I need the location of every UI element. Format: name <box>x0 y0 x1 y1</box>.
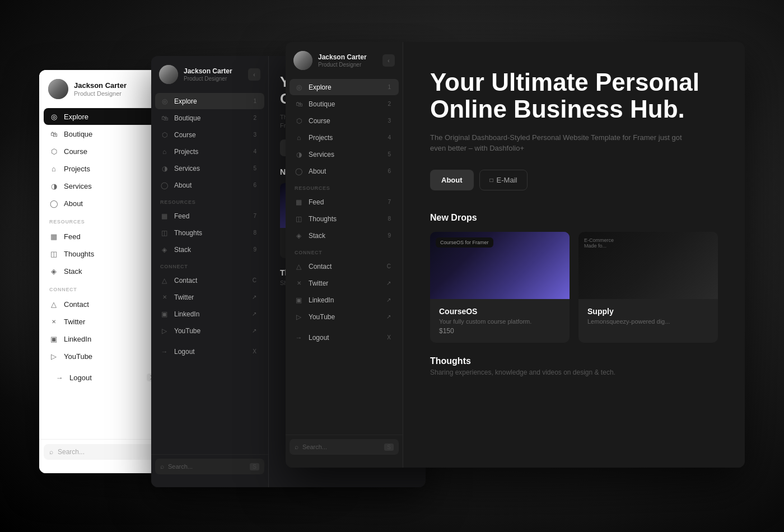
logout-icon-mid: → <box>160 347 169 356</box>
thoughts-section-dark: Thoughts Sharing experiences, knowledge … <box>430 356 718 376</box>
search-placeholder-light: Search... <box>58 448 149 456</box>
projects-icon-dark: ⌂ <box>295 133 303 142</box>
nav-item-boutique-light[interactable]: 🛍 Boutique 2 <box>44 125 169 142</box>
search-icon-dark: ⌕ <box>295 443 298 451</box>
connect-label-dark: CONNECT <box>290 244 399 258</box>
nav-item-about-light[interactable]: ◯ About 6 <box>44 195 169 212</box>
nav-item-stack-light[interactable]: ◈ Stack 9 <box>44 263 169 279</box>
collapse-button-mid[interactable] <box>248 68 260 81</box>
nav-item-course-light[interactable]: ⬡ Course 3 <box>44 143 169 160</box>
nav-thoughts-dark[interactable]: ◫ Thoughts 8 <box>290 211 399 227</box>
nav-label-services-mid: Services <box>174 165 200 172</box>
nav-item-explore-light[interactable]: Explore 1 <box>44 108 169 125</box>
hero-subtitle-dark: The Original Dashboard-Styled Personal W… <box>430 132 699 154</box>
nav-explore-dark[interactable]: ◎ Explore 1 <box>290 79 399 95</box>
collapse-icon-dark <box>388 58 389 64</box>
nav-course-dark[interactable]: ⬡ Course 3 <box>290 113 399 129</box>
nav-label-services-light: Services <box>64 182 92 190</box>
nav-label-thoughts-mid: Thoughts <box>174 229 202 237</box>
nav-youtube-mid[interactable]: ▷ YouTube ↗ <box>155 323 264 339</box>
nav-explore-mid[interactable]: ◎ Explore 1 <box>155 93 264 109</box>
nav-logout-mid[interactable]: → Logout X <box>155 343 264 360</box>
nav-twitter-mid[interactable]: ✕ Twitter ↗ <box>155 289 264 305</box>
nav-course-mid[interactable]: ⬡ Course 3 <box>155 127 264 143</box>
search-bar-light[interactable]: ⌕ Search... S <box>44 444 169 460</box>
linkedin-icon-mid: ▣ <box>160 310 169 318</box>
card-thumb-courseos-dark: CourseOS for Framer <box>430 232 570 299</box>
nav-twitter-dark[interactable]: ✕ Twitter ↗ <box>290 275 399 291</box>
nav-linkedin-mid[interactable]: ▣ LinkedIn ↗ <box>155 306 264 322</box>
sidebar-nav-dark: ◎ Explore 1 🛍 Boutique 2 ⬡ Course <box>286 79 403 435</box>
nav-services-mid[interactable]: ◑ Services 5 <box>155 160 264 176</box>
card-body-supply-dark: Supply Lemonsqueezy-powered dig... <box>578 299 718 333</box>
nav-youtube-dark[interactable]: ▷ YouTube ↗ <box>290 309 399 325</box>
nav-logout-dark[interactable]: → Logout X <box>290 329 399 346</box>
nav-stack-dark[interactable]: ◈ Stack 9 <box>290 227 399 244</box>
nav-item-linkedin-light[interactable]: ▣ LinkedIn ↗ <box>44 330 169 347</box>
user-name-light: Jackson Carter <box>74 81 127 90</box>
services-icon-dark: ◑ <box>295 150 303 158</box>
contact-icon-mid: △ <box>160 276 169 284</box>
nav-about-mid[interactable]: ◯ About 6 <box>155 177 264 193</box>
nav-item-logout-light[interactable]: → Logout X <box>49 369 163 386</box>
nav-projects-mid[interactable]: ⌂ Projects 4 <box>155 143 264 160</box>
collapse-button-dark[interactable] <box>382 54 395 67</box>
nav-linkedin-dark[interactable]: ▣ LinkedIn ↗ <box>290 292 399 308</box>
nav-boutique-mid[interactable]: 🛍 Boutique 2 <box>155 110 264 126</box>
nav-label-twitter-dark: Twitter <box>309 279 328 287</box>
card-body-courseos-dark: CourseOS Your fully custom course platfo… <box>430 299 570 343</box>
nav-item-feed-light[interactable]: ▦ Feed 7 <box>44 228 169 245</box>
sidebar-footer-mid: ⌕ Search... S <box>151 454 268 478</box>
nav-projects-dark[interactable]: ⌂ Projects 4 <box>290 129 399 146</box>
about-button-dark[interactable]: About <box>430 170 474 190</box>
nav-services-dark[interactable]: ◑ Services 5 <box>290 146 399 162</box>
card-courseos-dark[interactable]: CourseOS for Framer CourseOS Your fully … <box>430 232 570 343</box>
nav-feed-dark[interactable]: ▦ Feed 7 <box>290 194 399 210</box>
boutique-icon-mid: 🛍 <box>160 114 169 122</box>
resources-label-light: RESOURCES <box>44 212 169 228</box>
sidebar-nav-mid: ◎ Explore 1 🛍 Boutique 2 ⬡ Course <box>151 93 268 454</box>
course-icon-mid: ⬡ <box>160 130 169 139</box>
content-dark-area: Your Ultimate Personal Online Business H… <box>403 42 745 468</box>
nav-boutique-dark[interactable]: 🛍 Boutique 2 <box>290 96 399 112</box>
nav-item-twitter-light[interactable]: ✕ Twitter ↗ <box>44 313 169 330</box>
nav-item-projects-light[interactable]: ⌂ Projects 4 <box>44 160 169 177</box>
nav-label-thoughts-dark: Thoughts <box>309 215 337 223</box>
user-name-mid: Jackson Carter <box>184 67 232 75</box>
explore-icon-light <box>49 112 58 121</box>
card-grid-dark: CourseOS for Framer CourseOS Your fully … <box>430 232 718 343</box>
search-bar-mid[interactable]: ⌕ Search... S <box>155 459 264 474</box>
panel-dark: Jackson Carter Product Designer ◎ Explor… <box>286 42 745 468</box>
cta-row-dark: About □ E-Mail <box>430 170 718 190</box>
card-desc-supply-dark: Lemonsqueezy-powered dig... <box>587 318 709 325</box>
youtube-icon-dark: ▷ <box>295 312 303 321</box>
about-icon-mid: ◯ <box>160 181 169 189</box>
nav-contact-dark[interactable]: △ Contact C <box>290 258 399 274</box>
nav-item-contact-light[interactable]: △ Contact C <box>44 296 169 312</box>
nav-label-twitter-mid: Twitter <box>174 293 194 301</box>
email-icon-dark: □ <box>490 177 493 183</box>
course-icon-dark: ⬡ <box>295 116 303 125</box>
nav-item-services-light[interactable]: ◑ Services 5 <box>44 178 169 194</box>
stack-icon-light: ◈ <box>49 267 58 276</box>
thoughts-icon-dark: ◫ <box>295 214 303 223</box>
search-icon-light: ⌕ <box>49 448 53 456</box>
nav-contact-mid[interactable]: △ Contact C <box>155 272 264 288</box>
panels-container: Jackson Carter Product Designer Explore … <box>39 42 745 490</box>
nav-about-dark[interactable]: ◯ About 6 <box>290 163 399 179</box>
card-name-supply-dark: Supply <box>587 307 709 316</box>
nav-item-youtube-light[interactable]: ▷ YouTube ↗ <box>44 348 169 365</box>
card-desc-courseos-dark: Your fully custom course platform. <box>439 318 561 325</box>
nav-thoughts-mid[interactable]: ◫ Thoughts 8 <box>155 225 264 241</box>
nav-feed-mid[interactable]: ▦ Feed 7 <box>155 208 264 224</box>
thoughts-desc-dark: Sharing experiences, knowledge and video… <box>430 368 718 376</box>
nav-item-thoughts-light[interactable]: ◫ Thoughts 8 <box>44 245 169 262</box>
nav-stack-mid[interactable]: ◈ Stack 9 <box>155 241 264 258</box>
connect-label-light: CONNECT <box>44 280 169 296</box>
avatar-mid <box>159 65 178 84</box>
search-bar-dark[interactable]: ⌕ Search... S <box>290 439 399 455</box>
email-button-dark[interactable]: □ E-Mail <box>479 170 528 190</box>
about-icon-light: ◯ <box>49 199 58 208</box>
card-supply-dark[interactable]: E-CommerceMade fo... Supply Lemonsqueezy… <box>578 232 718 343</box>
nav-label-thoughts-light: Thoughts <box>64 250 94 258</box>
